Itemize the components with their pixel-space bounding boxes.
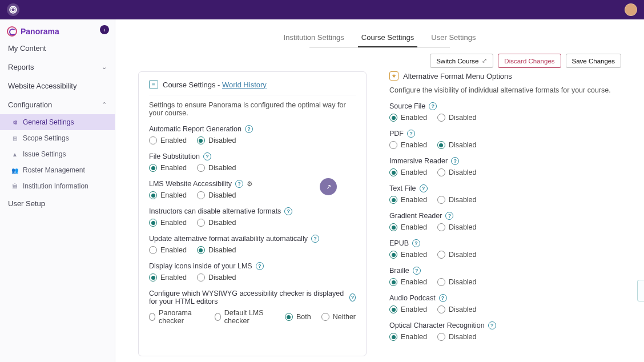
radio-enabled[interactable]: Enabled xyxy=(149,191,187,199)
radio-enabled[interactable]: Enabled xyxy=(389,114,427,122)
radio-dot-icon xyxy=(437,305,445,313)
radio-disabled[interactable]: Disabled xyxy=(437,305,477,313)
radio-disabled[interactable]: Disabled xyxy=(437,114,477,122)
radio-dot-icon xyxy=(437,141,445,149)
tab-user-settings[interactable]: User Settings xyxy=(430,30,477,47)
radio-dot-icon xyxy=(197,219,205,227)
radio-dot-icon xyxy=(389,333,397,341)
subnav-scope-settings[interactable]: ⊞ Scope Settings xyxy=(0,130,115,146)
radio-group: Enabled Disabled xyxy=(149,273,356,281)
radio-disabled[interactable]: Disabled xyxy=(197,164,236,172)
subnav-label: Roster Management xyxy=(23,166,85,174)
nav-configuration[interactable]: Configuration ⌃ xyxy=(0,95,115,114)
radio-disabled[interactable]: Disabled xyxy=(437,223,477,231)
tab-institution-settings[interactable]: Institution Settings xyxy=(283,30,345,47)
card-header: ≡ Course Settings - World History xyxy=(149,80,356,95)
radio-default-lms-checker[interactable]: Default LMS checker xyxy=(215,309,275,325)
subnav-issue-settings[interactable]: ▲ Issue Settings xyxy=(0,146,115,162)
radio-both[interactable]: Both xyxy=(285,313,311,321)
radio-group: Enabled Disabled xyxy=(389,114,619,122)
help-icon[interactable]: ? xyxy=(412,239,420,247)
help-icon[interactable]: ? xyxy=(429,102,437,110)
radio-disabled[interactable]: Disabled xyxy=(197,246,236,254)
radio-disabled[interactable]: Disabled xyxy=(197,191,236,199)
radio-enabled[interactable]: Enabled xyxy=(389,251,427,259)
radio-label: Enabled xyxy=(401,141,427,149)
tab-course-settings[interactable]: Course Settings xyxy=(360,30,416,47)
radio-enabled[interactable]: Enabled xyxy=(149,164,187,172)
radio-disabled[interactable]: Disabled xyxy=(197,136,236,144)
radio-disabled[interactable]: Disabled xyxy=(437,278,477,286)
radio-group: Enabled Disabled xyxy=(389,141,619,149)
radio-dot-icon xyxy=(149,191,157,199)
radio-label: Both xyxy=(296,313,311,321)
radio-disabled[interactable]: Disabled xyxy=(197,273,236,281)
help-icon[interactable]: ? xyxy=(420,184,428,192)
radio-enabled[interactable]: Enabled xyxy=(389,333,427,341)
radio-disabled[interactable]: Disabled xyxy=(197,219,236,227)
warning-icon: ▲ xyxy=(11,151,18,158)
course-link[interactable]: World History xyxy=(222,81,267,89)
alt-format-header: ★ Alternative Format Menu Options xyxy=(389,71,619,81)
help-icon[interactable]: ? xyxy=(407,130,415,138)
help-icon[interactable]: ? xyxy=(488,321,496,329)
save-changes-button[interactable]: Save Changes xyxy=(566,54,621,68)
format-label: Audio Podcast ? xyxy=(389,294,619,302)
radio-dot-icon xyxy=(149,219,157,227)
help-icon[interactable]: ? xyxy=(413,267,421,275)
nav-website-accessibility[interactable]: Website Accessibility xyxy=(0,77,115,95)
discard-changes-button[interactable]: Discard Changes xyxy=(498,54,561,68)
radio-enabled[interactable]: Enabled xyxy=(389,278,427,286)
nav-label: Website Accessibility xyxy=(8,82,77,90)
switch-course-button[interactable]: Switch Course ⤢ xyxy=(430,54,493,68)
radio-disabled[interactable]: Disabled xyxy=(437,251,477,259)
nav-reports[interactable]: Reports ⌄ xyxy=(0,58,115,77)
help-icon[interactable]: ? xyxy=(256,262,264,270)
help-icon[interactable]: ? xyxy=(439,294,447,302)
help-icon[interactable]: ? xyxy=(349,293,356,301)
subnav-institution-information[interactable]: 🏛 Institution Information xyxy=(0,178,115,194)
help-icon[interactable]: ? xyxy=(451,157,459,165)
radio-enabled[interactable]: Enabled xyxy=(389,196,427,204)
radio-enabled[interactable]: Enabled xyxy=(149,273,187,281)
radio-neither[interactable]: Neither xyxy=(321,313,356,321)
format-row: Braille ? Enabled Disabled xyxy=(389,267,619,286)
nav-my-content[interactable]: My Content xyxy=(0,39,115,58)
alt-format-description: Configure the visibility of individual a… xyxy=(389,86,619,94)
help-icon[interactable]: ? xyxy=(284,207,292,215)
radio-disabled[interactable]: Disabled xyxy=(437,168,477,176)
radio-label: Enabled xyxy=(160,191,187,199)
radio-enabled[interactable]: Enabled xyxy=(149,136,187,144)
setting-label: File Substitution ? xyxy=(149,152,356,160)
help-icon[interactable]: ? xyxy=(245,125,253,133)
radio-dot-icon xyxy=(437,251,445,259)
radio-group: Enabled Disabled xyxy=(389,305,619,313)
side-drawer-tab[interactable] xyxy=(637,280,644,301)
gear-icon[interactable]: ⚙ xyxy=(247,180,253,188)
nav-label: My Content xyxy=(8,44,46,53)
user-avatar[interactable] xyxy=(625,3,637,16)
radio-disabled[interactable]: Disabled xyxy=(437,333,477,341)
radio-enabled[interactable]: Enabled xyxy=(389,141,427,149)
radio-enabled[interactable]: Enabled xyxy=(149,246,187,254)
help-icon[interactable]: ? xyxy=(445,212,453,220)
sidebar-collapse-button[interactable]: ‹ xyxy=(100,25,109,34)
nav-user-setup[interactable]: User Setup xyxy=(0,194,115,213)
help-icon[interactable]: ? xyxy=(203,152,211,160)
radio-disabled[interactable]: Disabled xyxy=(437,196,477,204)
subnav-general-settings[interactable]: ⚙ General Settings xyxy=(0,114,115,130)
help-icon[interactable]: ? xyxy=(235,180,243,188)
radio-enabled[interactable]: Enabled xyxy=(389,305,427,313)
radio-label: Enabled xyxy=(160,219,187,227)
radio-enabled[interactable]: Enabled xyxy=(389,168,427,176)
radio-disabled[interactable]: Disabled xyxy=(437,141,477,149)
radio-panorama-checker[interactable]: Panorama checker xyxy=(149,309,204,325)
setting-row: File Substitution ? Enabled Disabled xyxy=(149,152,356,172)
radio-label: Disabled xyxy=(449,168,477,176)
subnav-roster-management[interactable]: 👥 Roster Management xyxy=(0,162,115,178)
radio-enabled[interactable]: Enabled xyxy=(389,223,427,231)
radio-enabled[interactable]: Enabled xyxy=(149,219,187,227)
format-row: PDF ? Enabled Disabled xyxy=(389,130,619,149)
help-icon[interactable]: ? xyxy=(311,235,319,243)
brand-swirl-icon xyxy=(7,26,17,37)
